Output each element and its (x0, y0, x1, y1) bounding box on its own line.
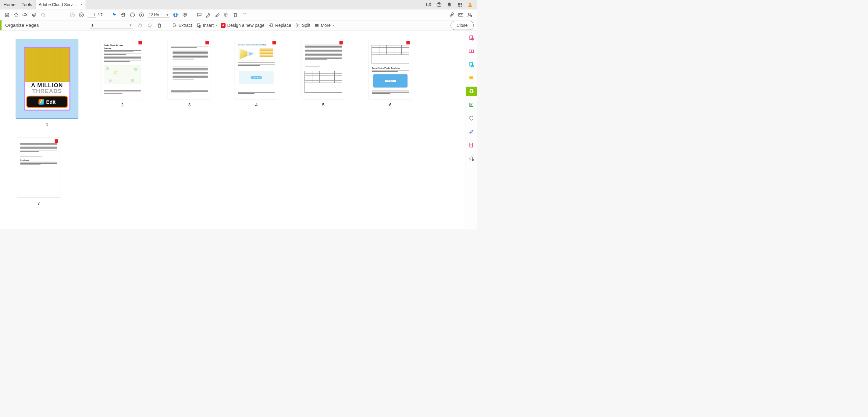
nav-home[interactable]: Home (4, 2, 16, 7)
highlight-icon[interactable] (206, 12, 211, 18)
rotate-cw-icon[interactable] (147, 23, 153, 28)
top-tabs-bar: Home Tools Adobe Cloud Serv... × (0, 0, 477, 9)
link-icon[interactable] (449, 12, 455, 18)
save-icon[interactable] (4, 12, 10, 18)
page-thumb-7[interactable]: Conclusion 7 (12, 137, 65, 206)
svg-rect-27 (173, 24, 175, 27)
svg-point-3 (439, 5, 439, 6)
help-icon[interactable] (436, 2, 442, 8)
chevron-down-icon: ▾ (333, 24, 334, 27)
extract-button[interactable]: Extract (172, 23, 192, 28)
page-thumb-5[interactable]: 5 (297, 39, 350, 127)
more-label: More (321, 23, 331, 28)
page-number-control: / 7 (88, 12, 102, 18)
svg-rect-12 (461, 5, 462, 6)
svg-point-13 (469, 3, 471, 5)
svg-rect-6 (461, 3, 462, 4)
replace-button[interactable]: Replace (269, 23, 291, 28)
current-page-input[interactable] (88, 12, 96, 18)
acrobat-window: Home Tools Adobe Cloud Serv... × (0, 0, 477, 229)
main-area: A MILLION THREADS A Edit 1 (0, 30, 477, 229)
rail-create-pdf-icon[interactable] (466, 33, 477, 43)
split-label: Split (302, 23, 311, 28)
insert-label: Insert (203, 23, 214, 28)
zoom-out-icon[interactable] (129, 12, 135, 18)
rail-more-tools-icon[interactable] (466, 154, 477, 163)
document-tab-title: Adobe Cloud Serv... (39, 2, 78, 7)
chevron-down-icon: ▾ (129, 23, 132, 27)
organize-pages-title: Organize Pages (5, 23, 86, 28)
svg-rect-0 (426, 3, 430, 6)
redo-action-icon[interactable] (242, 12, 247, 18)
rotate-ccw-icon[interactable] (137, 23, 143, 28)
adobe-express-logo-icon: A (38, 99, 44, 105)
close-tab-icon[interactable]: × (81, 2, 83, 7)
edit-in-express-button[interactable]: A Edit (26, 96, 68, 108)
hand-tool-icon[interactable] (121, 12, 126, 18)
fit-width-icon[interactable]: ▾ (173, 12, 179, 18)
page-thumb-6-label: 6 (389, 102, 392, 108)
rail-organize-pages-icon[interactable] (466, 87, 477, 96)
rail-fill-sign-icon[interactable] (466, 127, 477, 136)
share-people-icon[interactable] (467, 12, 473, 18)
rail-combine-icon[interactable] (466, 47, 477, 56)
page-down-icon[interactable] (79, 12, 85, 18)
page-7-preview: Conclusion (17, 137, 60, 198)
apps-grid-icon[interactable] (457, 2, 463, 8)
share-screen-icon[interactable] (426, 2, 432, 8)
svg-point-16 (70, 13, 74, 17)
page-up-icon[interactable] (69, 12, 75, 18)
page-thumb-1[interactable]: A MILLION THREADS A Edit 1 (12, 39, 82, 127)
rail-export-pdf-icon[interactable] (466, 60, 477, 69)
chevron-down-icon: ▾ (166, 12, 168, 17)
selection-tool-icon[interactable] (112, 12, 117, 18)
rail-comment-tool-icon[interactable] (466, 73, 477, 83)
star-icon[interactable] (13, 12, 19, 18)
page-3-preview (167, 39, 211, 99)
nav-tools[interactable]: Tools (22, 2, 32, 7)
organize-page-dd-value: 1 (91, 23, 93, 27)
zoom-level-dropdown[interactable]: 121% ▾ (148, 12, 169, 18)
stamp-icon[interactable] (223, 12, 229, 18)
split-button[interactable]: Split (295, 23, 311, 28)
page-thumb-3[interactable]: 3 (162, 39, 216, 127)
print-icon[interactable] (31, 12, 37, 18)
svg-rect-36 (471, 50, 473, 53)
notifications-icon[interactable] (446, 2, 452, 8)
close-organize-button[interactable]: Close (451, 21, 474, 30)
cloud-upload-icon[interactable] (22, 12, 28, 18)
comment-icon[interactable] (196, 12, 202, 18)
edit-label: Edit (46, 99, 56, 105)
page-thumb-1-label: 1 (46, 122, 48, 127)
more-button[interactable]: More ▾ (314, 23, 334, 28)
svg-rect-10 (458, 5, 459, 6)
delete-icon[interactable] (232, 12, 238, 18)
svg-rect-23 (225, 14, 228, 17)
account-icon[interactable] (467, 2, 473, 8)
rail-compress-icon[interactable] (466, 100, 477, 110)
replace-label: Replace (275, 23, 291, 28)
zoom-in-icon[interactable] (139, 12, 145, 18)
page-thumb-7-label: 7 (37, 201, 40, 206)
organize-page-dropdown[interactable]: 1 ▾ (90, 22, 133, 28)
organize-pages-bar: Organize Pages 1 ▾ Extract Insert ▾ A De… (0, 21, 477, 30)
svg-rect-9 (461, 4, 462, 5)
read-mode-icon[interactable] (182, 12, 188, 18)
sign-icon[interactable] (215, 12, 220, 18)
delete-page-icon[interactable] (157, 23, 162, 28)
thumbnails-grid: A MILLION THREADS A Edit 1 (12, 39, 454, 206)
rail-edit-pdf-icon[interactable] (466, 140, 477, 150)
email-icon[interactable] (458, 12, 464, 18)
insert-button[interactable]: Insert ▾ (196, 23, 217, 28)
page-thumb-4[interactable]: Common Control Framework (CCF) COMPLIANC… (229, 39, 283, 127)
rail-protect-icon[interactable] (466, 113, 477, 123)
design-page-button[interactable]: A Design a new page (221, 23, 265, 28)
document-tab[interactable]: Adobe Cloud Serv... × (36, 0, 86, 9)
page-thumbnails-area[interactable]: A MILLION THREADS A Edit 1 (0, 30, 466, 229)
svg-rect-20 (174, 13, 177, 17)
page-thumb-4-label: 4 (255, 102, 257, 108)
find-icon[interactable] (40, 12, 46, 18)
page-thumb-6[interactable]: Current State of Adobe Compliance HIPAA … (364, 39, 417, 127)
page-thumb-2[interactable]: Adobe Cloud Services Overview (96, 39, 149, 127)
page-2-preview: Adobe Cloud Services Overview (101, 39, 144, 99)
